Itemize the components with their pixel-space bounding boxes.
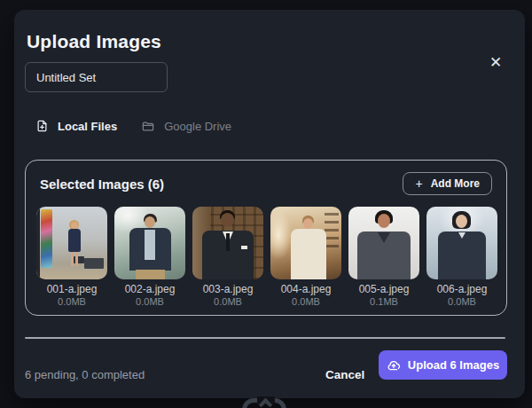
image-cell: 006-a.jpeg 0.0MB (426, 207, 497, 308)
selected-images-panel: Selected Images (6) + Add More 001-a.jp (25, 160, 507, 316)
upload-status-text: 6 pending, 0 completed (25, 368, 145, 381)
upload-button-label: Upload 6 Images (408, 358, 499, 372)
photo-person-head (221, 213, 234, 227)
add-more-label: Add More (431, 177, 480, 190)
file-size: 0.0MB (58, 295, 86, 308)
file-plus-icon (35, 119, 49, 133)
file-name: 004-a.jpeg (281, 283, 332, 295)
upload-images-dialog: Upload Images ✕ Local Files Google Drive (14, 10, 525, 398)
file-name: 003-a.jpeg (203, 283, 254, 295)
upload-button[interactable]: Upload 6 Images (379, 350, 507, 380)
image-thumbnail-001[interactable] (36, 207, 107, 279)
image-thumbnail-003[interactable] (192, 207, 263, 279)
image-cell: 005-a.jpeg 0.1MB (348, 207, 419, 308)
photo-person-body (68, 229, 81, 252)
photo-person-head (145, 216, 155, 228)
footer-divider (25, 337, 505, 339)
photo-person-shirt (145, 230, 155, 260)
tab-google-drive-label: Google Drive (164, 120, 231, 133)
photo-person-tie (226, 233, 230, 251)
file-size: 0.0MB (136, 295, 164, 308)
image-cell: 003-a.jpeg 0.0MB (192, 207, 263, 308)
photo-person-pants (136, 270, 165, 279)
selected-images-header: Selected Images (6) (40, 177, 164, 192)
image-thumbnail-006[interactable] (426, 207, 497, 279)
dialog-title: Upload Images (27, 31, 161, 52)
image-cell: 001-a.jpeg 0.0MB (36, 207, 107, 308)
tab-local-files-label: Local Files (58, 120, 117, 133)
set-name-input[interactable] (25, 62, 168, 92)
file-size: 0.1MB (370, 295, 398, 308)
file-size: 0.0MB (292, 295, 320, 308)
image-cell: 004-a.jpeg 0.0MB (270, 207, 341, 308)
photo-person-legs (71, 252, 78, 266)
cloud-upload-icon (387, 358, 401, 373)
plus-icon: + (415, 177, 422, 190)
close-icon[interactable]: ✕ (484, 51, 507, 74)
file-name: 005-a.jpeg (359, 283, 410, 295)
photo-colorful-mural (41, 209, 52, 268)
photo-edge (36, 207, 40, 279)
photo-shelf (325, 212, 339, 247)
cancel-button[interactable]: Cancel (317, 361, 373, 388)
tab-local-files[interactable]: Local Files (35, 115, 117, 137)
photo-window-light (270, 210, 292, 260)
image-thumbnail-005[interactable] (348, 207, 419, 279)
photo-person-body (438, 231, 486, 279)
thumbnail-grid: 001-a.jpeg 0.0MB 002-a.jpeg 0.0MB (36, 207, 497, 308)
photo-person-body (291, 229, 326, 279)
add-more-button[interactable]: + Add More (403, 172, 492, 195)
image-thumbnail-002[interactable] (114, 207, 185, 279)
file-name: 006-a.jpeg (437, 283, 488, 295)
image-thumbnail-004[interactable] (270, 207, 341, 279)
photo-person-head (378, 214, 390, 228)
image-cell: 002-a.jpeg 0.0MB (114, 207, 185, 308)
background-logo-partial (238, 396, 294, 408)
photo-person-head (456, 215, 467, 228)
photo-person-head (71, 222, 78, 229)
file-size: 0.0MB (214, 295, 242, 308)
folder-icon (141, 120, 155, 133)
photo-pocket-square (241, 246, 247, 249)
photo-desk (84, 258, 104, 269)
file-name: 002-a.jpeg (125, 283, 176, 295)
file-name: 001-a.jpeg (47, 283, 98, 295)
source-tabs: Local Files Google Drive (35, 115, 231, 137)
file-size: 0.0MB (448, 295, 476, 308)
photo-person-head (303, 218, 313, 229)
tab-google-drive[interactable]: Google Drive (141, 116, 231, 137)
